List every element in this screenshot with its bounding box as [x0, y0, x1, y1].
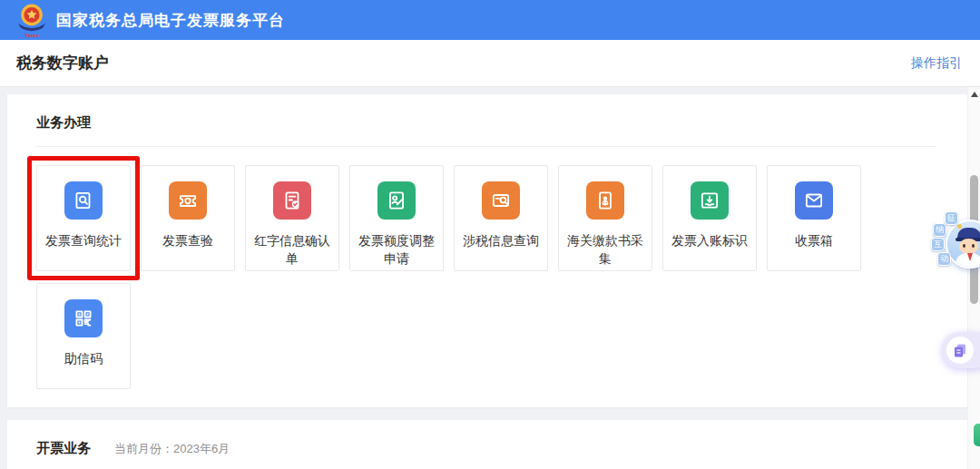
mascot-badge-char: 纳 — [933, 223, 946, 237]
mascot-badge-char: 互 — [931, 238, 945, 251]
tax-info-search-icon — [482, 181, 520, 220]
service-tile-tax-info-search[interactable]: 涉税信息查询 — [454, 165, 548, 271]
current-month-label: 当前月份：2023年6月 — [114, 441, 230, 457]
operation-guide-link[interactable]: 操作指引 — [911, 55, 962, 72]
invoice-entry-icon — [691, 181, 729, 220]
invoicing-panel: 开票业务 当前月份：2023年6月 — [7, 420, 967, 469]
service-tile-label: 涉税信息查询 — [458, 231, 544, 249]
inbox-mail-icon — [795, 181, 833, 220]
service-tile-label: 发票查验 — [158, 231, 218, 249]
account-subheader: 税务数字账户 操作指引 — [0, 40, 980, 87]
mascot-badge-char: 征 — [945, 211, 958, 225]
service-tile-label: 收票箱 — [790, 231, 838, 249]
service-tile-red-letter-confirm[interactable]: 红字信息确认单 — [245, 165, 339, 271]
services-section-title: 业务办理 — [36, 114, 91, 130]
services-panel: 业务办理 发票查询统计 发票查验 红字信息确认单 发票额度调整申请 涉税信息查询… — [7, 94, 967, 407]
service-tile-qr-code[interactable]: 助信码 — [36, 283, 131, 389]
mascot-face — [959, 239, 978, 254]
service-tile-ticket-check[interactable]: 发票查验 — [141, 165, 235, 271]
service-tile-label: 发票查询统计 — [41, 231, 126, 249]
tax-interaction-mascot[interactable]: 征纳互动 — [924, 211, 980, 288]
invoicing-section-title: 开票业务 — [36, 440, 91, 457]
edge-widget-green[interactable] — [974, 424, 980, 446]
service-tile-label: 海关缴款书采集 — [559, 231, 652, 269]
service-tile-inbox-mail[interactable]: 收票箱 — [767, 165, 861, 271]
service-tile-label: 助信码 — [60, 349, 107, 367]
document-pages-icon — [946, 337, 974, 364]
quota-adjust-icon — [377, 181, 416, 220]
tax-emblem-logo: Taxes — [16, 3, 47, 39]
page-title: 税务数字账户 — [16, 53, 109, 73]
invoice-search-icon — [64, 181, 103, 220]
app-header: Taxes 国家税务总局电子发票服务平台 — [0, 0, 980, 40]
service-tile-label: 发票入账标识 — [667, 231, 752, 249]
ticket-check-icon — [169, 181, 207, 220]
red-letter-confirm-icon — [273, 181, 311, 220]
svg-text:Taxes: Taxes — [24, 33, 39, 38]
service-tile-customs-payment[interactable]: 海关缴款书采集 — [558, 165, 652, 271]
scrollbar-up-arrow-icon[interactable] — [971, 92, 978, 97]
customs-payment-icon — [586, 181, 624, 220]
section-divider — [36, 146, 936, 147]
service-tile-invoice-search[interactable]: 发票查询统计 — [36, 165, 131, 271]
floating-doc-button[interactable] — [942, 332, 980, 368]
service-tile-label: 红字信息确认单 — [246, 231, 338, 269]
service-tile-label: 发票额度调整申请 — [350, 231, 443, 269]
service-tile-quota-adjust[interactable]: 发票额度调整申请 — [349, 165, 444, 271]
mascot-badge-char: 动 — [937, 252, 951, 266]
services-grid: 发票查询统计 发票查验 红字信息确认单 发票额度调整申请 涉税信息查询 海关缴款… — [36, 165, 967, 389]
platform-title: 国家税务总局电子发票服务平台 — [56, 10, 285, 31]
qr-code-icon — [64, 299, 103, 337]
service-tile-invoice-entry[interactable]: 发票入账标识 — [662, 165, 757, 271]
